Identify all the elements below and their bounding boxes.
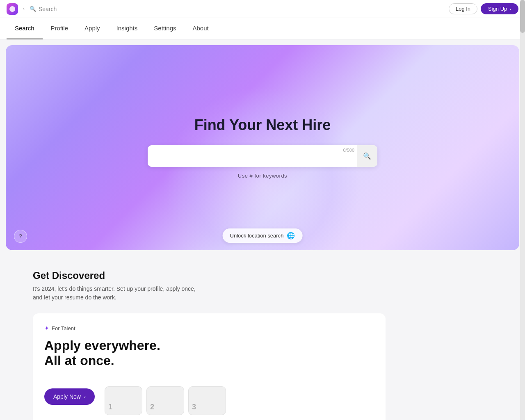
- topbar-search-label: Search: [39, 6, 57, 12]
- talent-heading-line2: All at once.: [44, 353, 114, 368]
- search-icon: 🔍: [30, 6, 36, 12]
- apply-now-label: Apply Now: [53, 393, 81, 400]
- topbar-search[interactable]: 🔍 Search: [30, 6, 57, 12]
- talent-tag-label: For Talent: [52, 325, 75, 331]
- step-card-3: 3: [188, 386, 226, 415]
- talent-tag: ✦ For Talent: [44, 325, 374, 331]
- hero-search-input[interactable]: [148, 145, 357, 167]
- breadcrumb-chevron: ›: [23, 6, 25, 12]
- step-number-3: 3: [192, 403, 196, 411]
- signup-arrow-icon: ›: [509, 7, 511, 11]
- tab-search[interactable]: Search: [7, 18, 43, 39]
- globe-icon: 🌐: [287, 232, 295, 240]
- hero-title: Find Your Next Hire: [194, 116, 331, 134]
- tab-apply[interactable]: Apply: [76, 18, 108, 39]
- apply-now-button[interactable]: Apply Now ›: [44, 388, 95, 405]
- search-counter: 0/500: [343, 148, 354, 153]
- help-icon: ?: [19, 233, 22, 240]
- section-description: It's 2024, let's do things smarter. Set …: [33, 285, 205, 302]
- step-card-2: 2: [146, 386, 184, 415]
- sparkle-icon: ✦: [44, 325, 49, 331]
- signup-button[interactable]: Sign Up ›: [481, 3, 518, 14]
- apply-now-arrow-icon: ›: [84, 394, 86, 399]
- app-logo[interactable]: [7, 3, 18, 15]
- talent-heading-line1: Apply everywhere.: [44, 338, 160, 353]
- talent-card: ✦ For Talent Apply everywhere. All at on…: [33, 313, 386, 420]
- search-hint: Use # for keywords: [238, 173, 287, 179]
- location-btn-label: Unlock location search: [230, 233, 284, 239]
- hero-content: Find Your Next Hire 0/500 🔍 Use # for ke…: [6, 116, 519, 179]
- logo-icon: [9, 6, 15, 12]
- tab-profile[interactable]: Profile: [43, 18, 77, 39]
- step-number-2: 2: [150, 403, 154, 411]
- hero-search-box: 0/500 🔍: [148, 145, 377, 167]
- scrollbar-track[interactable]: [520, 0, 525, 420]
- get-discovered-title: Get Discovered: [33, 270, 492, 281]
- scrollbar-thumb[interactable]: [520, 0, 525, 33]
- main-nav: Search Profile Apply Insights Settings A…: [0, 18, 525, 39]
- search-button-icon: 🔍: [363, 152, 371, 160]
- lower-section: Get Discovered It's 2024, let's do thing…: [0, 250, 525, 420]
- hero-section: Find Your Next Hire 0/500 🔍 Use # for ke…: [6, 45, 519, 250]
- step-card-1: 1: [105, 386, 142, 415]
- tab-insights[interactable]: Insights: [108, 18, 146, 39]
- hero-search-button[interactable]: 🔍: [357, 145, 377, 167]
- tab-settings[interactable]: Settings: [146, 18, 184, 39]
- step-cards: 1 2 3: [105, 386, 226, 415]
- step-number-1: 1: [108, 403, 112, 411]
- unlock-location-button[interactable]: Unlock location search 🌐: [223, 228, 303, 243]
- help-button[interactable]: ?: [14, 230, 27, 243]
- signup-label: Sign Up: [488, 6, 507, 12]
- login-button[interactable]: Log In: [449, 3, 477, 14]
- talent-heading: Apply everywhere. All at once.: [44, 338, 374, 368]
- tab-about[interactable]: About: [185, 18, 217, 39]
- topbar: › 🔍 Search Log In Sign Up ›: [0, 0, 525, 18]
